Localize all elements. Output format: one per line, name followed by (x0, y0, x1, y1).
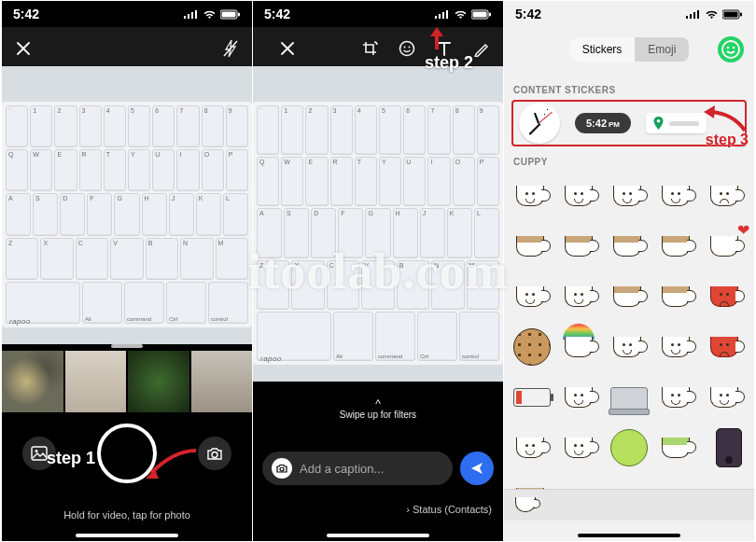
cuppy-sticker[interactable] (559, 426, 602, 469)
home-indicator[interactable] (578, 534, 680, 537)
svg-rect-0 (184, 16, 186, 19)
panel-preview: 5:42 `123456789 QWERTYUIOP ASDFGHJKL ZXC… (253, 1, 503, 541)
close-sticker-picker-button[interactable] (717, 35, 745, 63)
panel-sticker-picker: 5:42 Stickers Emoji CONTENT STICKERS 5:4… (504, 1, 754, 541)
cuppy-sticker[interactable] (559, 225, 602, 268)
close-button[interactable] (275, 36, 300, 61)
home-indicator[interactable] (327, 534, 429, 537)
cuppy-sticker[interactable] (511, 426, 553, 469)
crop-rotate-button[interactable] (357, 36, 382, 61)
svg-rect-16 (489, 12, 491, 16)
cuppy-sticker[interactable] (559, 376, 602, 419)
battery-icon (722, 9, 743, 20)
cuppy-sticker[interactable] (656, 225, 699, 268)
cuppy-sticker[interactable] (608, 174, 651, 217)
tab-emoji[interactable]: Emoji (635, 37, 689, 62)
signal-icon (435, 9, 450, 19)
location-sticker[interactable] (646, 113, 707, 133)
section-header-cuppy: CUPPY (513, 157, 548, 167)
battery-icon (220, 9, 241, 20)
cuppy-sticker[interactable] (559, 174, 602, 217)
svg-rect-11 (435, 16, 437, 19)
svg-point-20 (409, 47, 411, 49)
swipe-filters-hint[interactable]: ^ Swipe up for filters (253, 398, 503, 420)
drawer-grabber[interactable] (111, 344, 143, 348)
svg-rect-8 (32, 447, 47, 460)
recipient-status[interactable]: Status (Contacts) (406, 504, 492, 515)
svg-point-32 (733, 47, 735, 49)
sticker-button[interactable] (395, 36, 419, 61)
signal-icon (184, 9, 199, 19)
switch-camera-button[interactable] (198, 437, 231, 470)
keyboard-subject: `123456789 QWERTYUIOP ASDFGHJKL ZXCVBNM … (253, 102, 503, 365)
signal-icon (686, 9, 701, 19)
cuppy-sticker[interactable] (559, 326, 602, 368)
status-time: 5:42 (264, 7, 290, 21)
panel-camera: 5:42 `123456789 QWERTYUIOP ASDFGHJKL ZXC… (2, 1, 252, 541)
phone-sticker[interactable] (705, 426, 748, 469)
chevron-up-icon: ^ (253, 398, 503, 410)
cuppy-sticker[interactable] (511, 225, 553, 268)
cuppy-sticker[interactable] (656, 275, 699, 318)
keyboard-brand: rapoo (9, 317, 31, 326)
battery-low-sticker[interactable] (511, 376, 553, 419)
cuppy-sticker[interactable] (608, 225, 651, 268)
svg-rect-25 (697, 10, 699, 19)
thumbnail[interactable] (65, 351, 127, 412)
svg-rect-14 (446, 10, 448, 19)
recent-photos-strip[interactable] (2, 351, 252, 412)
cuppy-sticker[interactable] (656, 426, 699, 469)
lime-sticker[interactable] (608, 426, 651, 469)
caption-input[interactable]: Add a caption... (262, 452, 453, 485)
cuppy-sticker[interactable] (559, 275, 602, 318)
photo-preview: `123456789 QWERTYUIOP ASDFGHJKL ZXCVBNM … (253, 27, 503, 382)
svg-rect-13 (442, 12, 444, 19)
cuppy-sticker[interactable] (656, 376, 699, 419)
thumbnail[interactable] (191, 351, 253, 412)
cuppy-sticker[interactable] (608, 326, 651, 368)
cuppy-sticker[interactable] (656, 326, 699, 368)
cuppy-sticker[interactable] (511, 275, 553, 318)
camera-icon[interactable] (272, 458, 292, 479)
svg-rect-6 (222, 11, 236, 17)
sticker-grid (510, 173, 749, 489)
location-pin-icon (653, 117, 664, 130)
cuppy-sticker[interactable] (705, 275, 748, 318)
sticker-pack-tray[interactable] (504, 489, 754, 521)
cuppy-sticker[interactable] (705, 326, 748, 368)
time-sticker[interactable]: 5:42PM (575, 113, 631, 133)
svg-rect-5 (238, 12, 240, 16)
flash-off-icon[interactable] (218, 36, 243, 61)
status-time: 5:42 (13, 7, 39, 21)
thumbnail[interactable] (128, 351, 189, 412)
camera-viewfinder: `123456789 QWERTYUIOP ASDFGHJKL ZXCVBNM … (2, 27, 252, 344)
sticker-pack-cuppy[interactable] (513, 492, 541, 520)
caption-placeholder: Add a caption... (300, 462, 384, 476)
cuppy-sticker[interactable] (705, 376, 748, 419)
cuppy-sticker[interactable] (656, 174, 699, 217)
section-header-content-stickers: CONTENT STICKERS (513, 85, 616, 95)
svg-point-19 (404, 47, 406, 49)
home-indicator[interactable] (76, 534, 178, 537)
svg-rect-3 (195, 10, 197, 19)
cuppy-sticker[interactable] (705, 174, 748, 217)
cuppy-sticker[interactable] (608, 275, 651, 318)
svg-rect-17 (473, 11, 487, 17)
sticker-emoji-segmented[interactable]: Stickers Emoji (569, 37, 690, 62)
svg-rect-23 (690, 14, 692, 19)
send-button[interactable] (460, 452, 494, 485)
svg-point-31 (727, 47, 730, 49)
cookie-sticker[interactable] (511, 326, 553, 368)
clock-sticker[interactable] (519, 103, 560, 144)
kb-row-num: `123456789 (6, 105, 248, 147)
thumbnail[interactable] (2, 351, 63, 412)
cuppy-sticker[interactable] (511, 174, 553, 217)
keyboard-subject: `123456789 QWERTYUIOP ASDFGHJKL ZXCVBNM … (2, 102, 252, 327)
laptop-sticker[interactable] (608, 376, 651, 419)
cuppy-sticker[interactable] (705, 225, 748, 268)
tab-stickers[interactable]: Stickers (569, 37, 636, 62)
shutter-button[interactable] (97, 424, 157, 483)
battery-icon (471, 9, 492, 20)
close-button[interactable] (11, 36, 35, 61)
annotation-step-2: step 2 (425, 53, 473, 73)
